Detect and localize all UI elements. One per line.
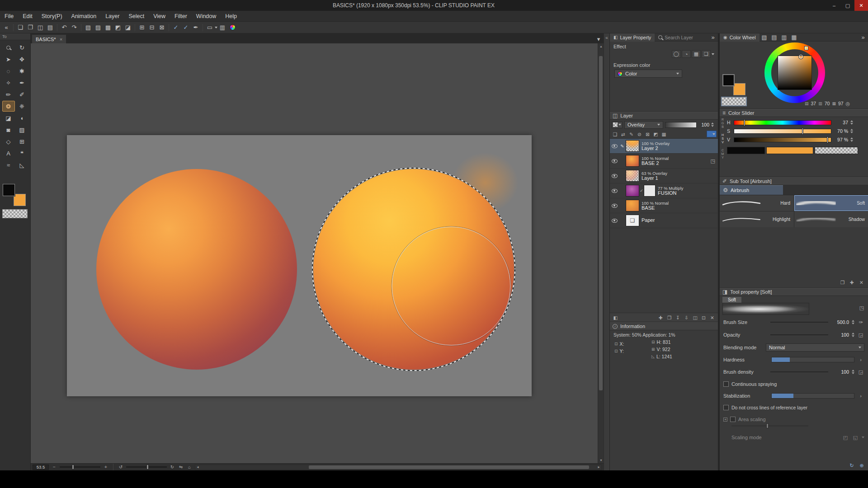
clear-selection-button[interactable]: ▧ [83, 23, 93, 32]
brush-density-spinner[interactable] [852, 370, 854, 374]
zoom-value[interactable]: 53.5 [33, 465, 49, 470]
hue-slider-thumb[interactable] [744, 119, 745, 126]
brush-size-spinner[interactable] [852, 320, 854, 324]
zoom-in-icon[interactable]: + [103, 464, 109, 470]
document-tab[interactable]: BASICS* × [32, 34, 66, 43]
hardness-slider[interactable] [771, 357, 854, 362]
hue-slider[interactable] [734, 120, 831, 125]
correct-line-tool[interactable]: ≈ [2, 160, 15, 170]
scroll-left-icon[interactable]: ◂ [195, 465, 200, 469]
brush-density-dynamics-icon[interactable]: ◲ [857, 369, 864, 375]
value-slider-thumb[interactable] [827, 136, 828, 143]
lock-layer-icon[interactable]: ⊘ [636, 130, 643, 138]
v-spinner[interactable] [850, 137, 853, 142]
zoom-tool[interactable] [2, 42, 15, 53]
layout-effect-icon[interactable]: ❏ [702, 50, 711, 58]
apply-mask-icon[interactable]: ⊡ [700, 314, 708, 321]
value-slider[interactable] [734, 137, 831, 142]
flip-horizontal-icon[interactable]: ⇋ [178, 464, 184, 470]
area-scaling-slider[interactable] [731, 425, 808, 427]
delete-subtool-icon[interactable]: ✕ [858, 278, 865, 286]
panel-options-icon[interactable]: ◧ [612, 314, 619, 321]
new-layer-icon[interactable]: ✚ [657, 314, 665, 321]
layer-thumbnail[interactable] [626, 200, 639, 211]
brush-size-slider[interactable] [770, 322, 828, 323]
canvas-document[interactable] [67, 135, 532, 396]
decoration-tool[interactable]: ❈ [16, 101, 28, 112]
area-scaling-expander-icon[interactable]: + [723, 418, 727, 422]
set-as-ruler-icon[interactable]: ▦ [660, 130, 668, 138]
brush-size-dynamics-icon[interactable]: ✑ [857, 319, 864, 325]
change-layer-color-icon[interactable]: ❑ [611, 130, 619, 138]
layer-row[interactable]: 63 % OverlayLayer 1 [610, 169, 718, 183]
new-folder-icon[interactable]: ❐ [665, 314, 673, 321]
menu-layer[interactable]: Layer [101, 11, 124, 22]
enable-mask-icon[interactable]: ◩ [652, 130, 660, 138]
zoom-slider[interactable] [60, 466, 100, 468]
preview-options-icon[interactable]: ◳ [858, 305, 865, 311]
move-layer-tool[interactable]: ✥ [16, 54, 28, 65]
scroll-right-icon[interactable]: ▸ [596, 465, 601, 469]
tab-list-icon[interactable]: ▾ [594, 34, 604, 43]
transfer-layer-icon[interactable]: ↧ [674, 314, 682, 321]
menu-story[interactable]: Story(P) [37, 11, 67, 22]
pencil-tool[interactable]: ✏ [2, 89, 15, 100]
scroll-down-icon[interactable]: ▾ [598, 457, 604, 463]
collapse-panels-icon[interactable]: « [604, 33, 609, 40]
scaling-mode-b-icon[interactable]: ◱ [852, 435, 859, 441]
subtool-shadow[interactable]: Shadow [794, 211, 868, 227]
opacity-spinner[interactable] [711, 122, 714, 127]
menu-view[interactable]: View [149, 11, 170, 22]
minimize-button[interactable]: – [827, 0, 841, 11]
effect-caret-icon[interactable] [712, 53, 714, 55]
layer-visible-icon[interactable] [610, 219, 619, 223]
opacity-slider[interactable] [770, 334, 828, 335]
pen-pressure-button[interactable]: ✒ [191, 23, 201, 32]
layer-thumbnail[interactable] [626, 155, 639, 167]
hardness-expand-icon[interactable]: › [857, 357, 864, 362]
mask-outside-button[interactable]: ◩ [113, 23, 123, 32]
new-subtool-folder-icon[interactable]: ❐ [839, 278, 846, 286]
layer-visible-icon[interactable] [610, 189, 619, 193]
extract-line-effect-icon[interactable]: ▦ [692, 50, 701, 58]
tab-hsv[interactable]: HSV [721, 133, 724, 144]
s-spinner[interactable] [850, 129, 853, 133]
hue-ring-marker[interactable] [805, 47, 808, 50]
expand-column-icon[interactable]: » [708, 33, 718, 42]
canvas-layout-button[interactable]: ▭ [205, 23, 215, 32]
no-cross-checkbox[interactable] [723, 405, 729, 410]
continuous-spraying-checkbox[interactable] [723, 381, 729, 387]
menu-filter[interactable]: Filter [170, 11, 192, 22]
brush-density-slider[interactable] [770, 371, 828, 372]
blending-mode-dropdown[interactable]: Normal [766, 343, 864, 352]
transparent-color-swatch[interactable] [722, 97, 746, 106]
print-settings-button[interactable]: ▥ [217, 23, 227, 32]
border-effect-icon[interactable]: ◯ [672, 50, 681, 58]
snap-to-ruler-button[interactable]: ⊞ [137, 23, 147, 32]
subtool-hard[interactable]: Hard [720, 195, 794, 211]
color-profile-button[interactable] [227, 23, 237, 32]
horizontal-scroll-thumb[interactable] [309, 465, 589, 469]
blend-tool[interactable]: ◖ [16, 113, 28, 123]
zoom-slider-thumb[interactable] [72, 465, 74, 469]
rotate-cw-icon[interactable]: ↻ [169, 464, 175, 470]
saturation-slider-thumb[interactable] [802, 128, 803, 135]
layer-row[interactable]: ✎ 100 % OverlayLayer 2 [610, 139, 718, 154]
saturation-value-square[interactable] [778, 56, 812, 90]
stabilization-expand-icon[interactable]: › [857, 393, 864, 399]
area-scaling-checkbox[interactable] [730, 417, 736, 422]
frame-border-tool[interactable]: ⊞ [16, 136, 28, 147]
layer-row[interactable]: ❏ Paper [610, 213, 718, 228]
rotation-slider[interactable] [126, 466, 167, 468]
correction-toggle2-icon[interactable]: ✓ [181, 23, 191, 32]
vertical-scroll-thumb[interactable] [599, 56, 603, 390]
sub-color-swatch[interactable] [14, 194, 26, 206]
register-settings-icon[interactable]: ⊕ [858, 463, 865, 469]
expression-color-dropdown[interactable]: Color [614, 70, 682, 78]
collapse-toolbar-icon[interactable]: « [1, 23, 11, 32]
layer-visible-icon[interactable] [610, 174, 619, 178]
layer-palette-color-dropdown[interactable] [612, 122, 623, 128]
snap-to-grid-button[interactable]: ⊠ [157, 23, 167, 32]
brush-density-value[interactable]: 100 [831, 369, 849, 375]
subtool-soft[interactable]: Soft [794, 195, 868, 211]
